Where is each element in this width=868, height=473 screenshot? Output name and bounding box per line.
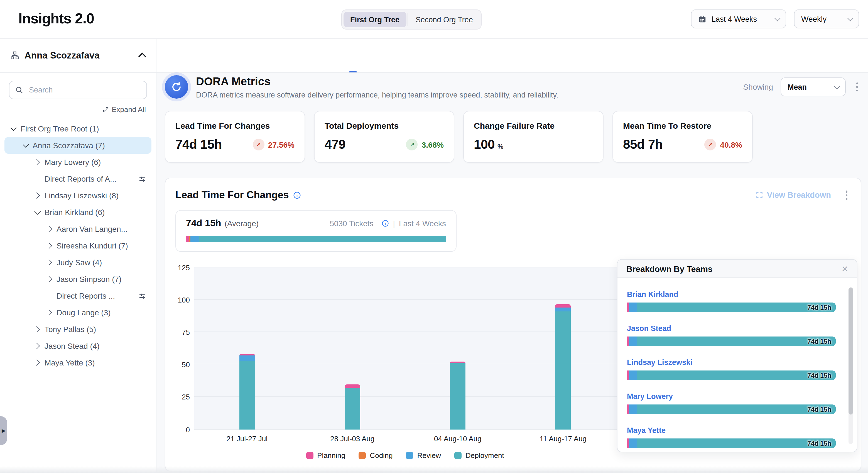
team-phase-bar: 74d 15h — [627, 302, 836, 312]
chart-bar[interactable] — [450, 362, 465, 429]
tree-item[interactable]: Aaron Van Langen... — [4, 220, 151, 237]
dora-cycle-icon — [165, 75, 188, 98]
org-tree-toggle: First Org Tree Second Org Tree — [341, 9, 482, 30]
team-link[interactable]: Mary Lowery — [627, 392, 673, 401]
expand-all-link[interactable]: Expand All — [0, 105, 156, 114]
team-bar-segment-review — [629, 336, 637, 346]
tree-item[interactable]: Anna Scozzafava (7) — [4, 137, 151, 154]
tree-item[interactable]: Sireesha Kunduri (7) — [4, 237, 151, 254]
breakdown-header: Breakdown By Teams × — [617, 260, 857, 278]
breakdown-title: Breakdown By Teams — [626, 264, 713, 273]
team-value: 74d 15h — [807, 338, 831, 345]
legend-item[interactable]: Review — [406, 451, 441, 460]
lead-time-chart-card: Lead Time For Changes View Breakdown 74d… — [165, 178, 861, 471]
chart-legend: PlanningCodingReviewDeployment — [194, 451, 616, 460]
tree-item-label: Direct Reports of A... — [44, 174, 116, 183]
tree-item[interactable]: Direct Reports of A... — [4, 171, 151, 187]
bar-segment-deployment — [239, 361, 255, 429]
tree-item[interactable]: Mary Lowery (6) — [4, 154, 151, 171]
breakdown-row: Mary Lowery 74d 15h — [627, 391, 836, 414]
chevron-icon — [34, 343, 40, 349]
org-sidebar: Anna Scozzafava Expand All First Org Tre… — [0, 38, 156, 473]
tree-item[interactable]: Brian Kirkland (6) — [4, 204, 151, 220]
metric-title: Total Deployments — [324, 121, 444, 130]
tree-item[interactable]: Doug Lange (3) — [4, 304, 151, 321]
team-link[interactable]: Brian Kirkland — [627, 290, 678, 299]
org-tree: First Org Tree Root (1) Anna Scozzafava … — [0, 120, 156, 371]
tree-item[interactable]: First Org Tree Root (1) — [4, 120, 151, 137]
expand-all-icon — [102, 106, 109, 113]
bars-container — [194, 267, 616, 429]
legend-item[interactable]: Coding — [359, 451, 393, 460]
chevron-up-icon[interactable] — [138, 52, 146, 60]
y-tick-label: 0 — [186, 425, 190, 434]
granularity-select[interactable]: Weekly — [794, 9, 859, 28]
top-header: Insights 2.0 First Org Tree Second Org T… — [0, 0, 868, 39]
team-value: 74d 15h — [807, 372, 831, 379]
tree-item-label: Anna Scozzafava (7) — [33, 141, 105, 150]
search-input[interactable] — [28, 85, 141, 95]
kebab-menu-icon[interactable] — [853, 80, 861, 94]
bar-segment-deployment — [450, 363, 465, 429]
metric-value: 85d 7h — [623, 137, 662, 152]
chart-bar[interactable] — [555, 304, 571, 429]
sidebar-search — [9, 81, 147, 99]
y-tick-label: 50 — [182, 360, 190, 369]
bar-segment-deployment — [345, 388, 360, 430]
metric-value-row: 74d 15h ↗ 27.56% — [175, 137, 294, 152]
avg-bar-segment-review — [190, 235, 199, 242]
scrollbar-track[interactable] — [848, 288, 853, 444]
team-bar-segment-planning — [627, 371, 629, 380]
filter-sliders-icon[interactable] — [138, 175, 147, 183]
tree-item[interactable]: Maya Yette (3) — [4, 354, 151, 371]
x-tick-label: 11 Aug-17 Aug — [510, 434, 616, 443]
view-breakdown-button[interactable]: View Breakdown — [755, 191, 831, 200]
y-tick-label: 75 — [182, 328, 190, 336]
date-range-select[interactable]: Last 4 Weeks — [691, 9, 786, 28]
tree-item[interactable]: Lindsay Liszewski (8) — [4, 187, 151, 204]
kebab-menu-icon[interactable] — [842, 188, 851, 202]
chart-bar[interactable] — [345, 384, 360, 429]
tree-item[interactable]: Jason Simpson (7) — [4, 271, 151, 288]
tree-item-label: Sireesha Kunduri (7) — [57, 241, 128, 250]
chevron-icon — [45, 259, 52, 266]
close-icon[interactable]: × — [842, 263, 848, 274]
breakdown-panel: Breakdown By Teams × Brian Kirkland 74d … — [617, 259, 858, 452]
info-icon[interactable] — [381, 219, 389, 227]
team-link[interactable]: Jason Stead — [627, 324, 671, 333]
team-bar-segment-deployment — [637, 336, 836, 346]
granularity-value: Weekly — [801, 14, 827, 23]
legend-item[interactable]: Planning — [306, 451, 345, 460]
metric-value: 479 — [324, 137, 345, 152]
sidebar-collapse-handle[interactable]: ▶ — [0, 416, 7, 445]
team-link[interactable]: Maya Yette — [627, 426, 665, 435]
dora-text: DORA Metrics DORA metrics measure softwa… — [196, 75, 558, 99]
scrollbar-thumb[interactable] — [848, 288, 853, 414]
avg-bar-segment-deployment — [199, 235, 446, 242]
tree-item[interactable]: Jason Stead (4) — [4, 337, 151, 354]
toggle-second-org-tree[interactable]: Second Org Tree — [409, 12, 479, 27]
info-icon[interactable] — [292, 191, 301, 200]
filter-sliders-icon[interactable] — [138, 292, 147, 300]
average-value: 74d 15h — [186, 217, 221, 229]
trend-arrow-icon: ↗ — [705, 139, 716, 150]
breakdown-row: Brian Kirkland 74d 15h — [627, 289, 836, 312]
bar-segment-review — [555, 307, 571, 311]
chart-bar[interactable] — [239, 354, 255, 429]
tree-item-label: Jason Simpson (7) — [57, 275, 121, 284]
showing-select[interactable]: Mean — [780, 78, 845, 96]
main-content: DORA Metrics DORA metrics measure softwa… — [156, 38, 868, 473]
team-bar-segment-review — [629, 439, 637, 448]
tree-item[interactable]: Judy Saw (4) — [4, 254, 151, 271]
trend-badge: ↗ 27.56% — [252, 139, 294, 150]
legend-item[interactable]: Deployment — [454, 451, 504, 460]
team-link[interactable]: Lindsay Liszewski — [627, 358, 693, 366]
team-bar-segment-planning — [627, 336, 629, 346]
y-tick-label: 100 — [178, 296, 190, 304]
tree-item[interactable]: Tony Pallas (5) — [4, 321, 151, 337]
x-tick-label: 28 Jul-03 Aug — [300, 434, 405, 443]
toggle-first-org-tree[interactable]: First Org Tree — [343, 12, 406, 27]
breakdown-row: Jason Stead 74d 15h — [627, 323, 836, 346]
team-bar-segment-review — [629, 371, 637, 380]
tree-item[interactable]: Direct Reports ... — [4, 288, 151, 304]
